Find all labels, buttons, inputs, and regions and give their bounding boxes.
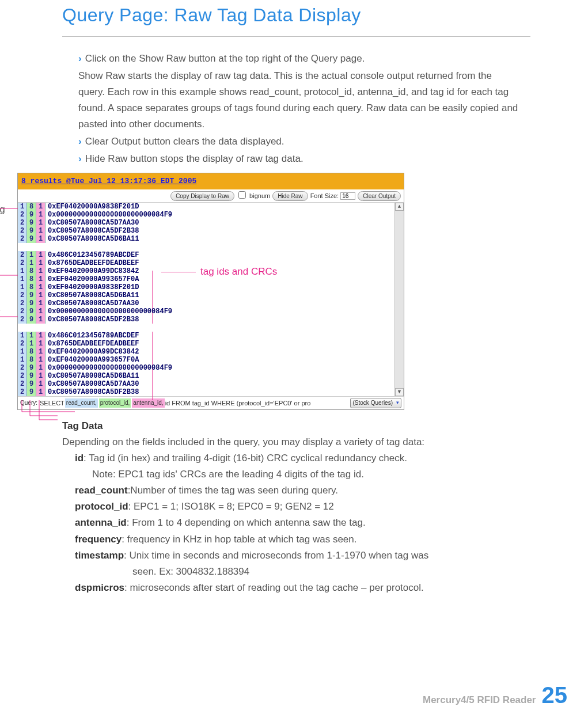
cell-read-count: 2 — [18, 219, 27, 227]
cell-read-count: 2 — [18, 364, 27, 372]
table-row: 1810xEF04020000A99DC83842 — [18, 348, 404, 356]
def-protocol-id-body: : EPC1 = 1; ISO18K = 8; EPC0 = 9; GEN2 =… — [128, 499, 530, 515]
cell-read-count: 1 — [18, 267, 27, 275]
def-read-count-term: read_count — [75, 483, 128, 499]
cell-protocol-id: 9 — [27, 364, 36, 372]
copy-display-button[interactable]: Copy Display to Raw — [170, 191, 234, 201]
cell-read-count: 2 — [18, 235, 27, 243]
cell-tag-id: 0xC80507A8008CA5DF2B38 — [45, 227, 404, 235]
cell-antenna-id: 1 — [36, 380, 45, 388]
def-id-note: Note: EPC1 tag ids' CRCs are the leading… — [92, 466, 530, 483]
title-divider — [62, 36, 530, 37]
cell-read-count: 2 — [18, 380, 27, 388]
tag-data-intro: Depending on the fields included in the … — [62, 434, 530, 450]
table-row: 2910xC80507A8008CA5DF2B38 — [18, 316, 404, 324]
cell-tag-id: 0x486C0123456789ABCDEF — [45, 251, 404, 259]
bignum-checkbox[interactable] — [238, 191, 246, 199]
cell-read-count: 2 — [18, 227, 27, 235]
cell-read-count: 2 — [18, 307, 27, 316]
cell-tag-id: 0x00000000000000000000000084F9 — [45, 364, 404, 372]
callout-protocol-id: protocol_id: see list below — [0, 257, 6, 288]
tag-data-heading: Tag Data — [62, 418, 530, 434]
cell-antenna-id: 1 — [36, 227, 45, 235]
cell-antenna-id: 1 — [36, 251, 45, 259]
def-dspmicros-body: : microseconds after start of reading ou… — [124, 580, 530, 596]
table-row: 2910xC80507A8008CA5D6BA11 — [18, 235, 404, 243]
font-size-input[interactable] — [340, 192, 355, 200]
cell-tag-id: 0xEF04020000A9838F201D — [45, 283, 404, 291]
cell-protocol-id: 9 — [27, 316, 36, 324]
scroll-up-icon[interactable]: ▲ — [395, 203, 404, 211]
def-read-count-body: :Number of times the tag was seen during… — [128, 483, 530, 499]
cell-antenna-id: 1 — [36, 235, 45, 243]
def-id-body: : Tag id (in hex) and trailing 4-digit (… — [84, 450, 530, 466]
cell-read-count: 2 — [18, 299, 27, 307]
table-row: 1110x486C0123456789ABCDEF — [18, 332, 404, 340]
table-row: 2910xC80507A8008CA5D6BA11 — [18, 291, 404, 299]
cell-tag-id: 0x8765DEADBEEFDEADBEEF — [45, 340, 404, 348]
scroll-down-icon[interactable]: ▼ — [395, 388, 404, 396]
query-select-keyword: SELECT — [40, 398, 65, 408]
cell-tag-id: 0xC80507A8008CA5DF2B38 — [45, 388, 404, 396]
cell-read-count: 1 — [18, 332, 27, 340]
table-row: 2910xC80507A8008CA5D6BA11 — [18, 372, 404, 380]
cell-protocol-id: 8 — [27, 267, 36, 275]
def-frequency-term: frequency — [75, 531, 122, 548]
callout-antenna-id: antenna_id: antenna which saw the tag — [0, 299, 6, 331]
cell-read-count: 1 — [18, 356, 27, 364]
cell-tag-id: 0xC80507A8008CA5D7AA30 — [45, 219, 404, 227]
def-timestamp-body2: seen. Ex: 3004832.188394 — [132, 564, 530, 580]
cell-tag-id: 0xEF04020000A993657F0A — [45, 356, 404, 364]
cell-read-count: 2 — [18, 291, 27, 299]
def-id-term: id — [75, 450, 84, 466]
cell-antenna-id: 1 — [36, 364, 45, 372]
cell-protocol-id: 9 — [27, 380, 36, 388]
cell-protocol-id: 1 — [27, 259, 36, 267]
cell-antenna-id: 1 — [36, 283, 45, 291]
cell-tag-id: 0xEF04020000A9838F201D — [45, 203, 404, 211]
cell-antenna-id: 1 — [36, 299, 45, 307]
cell-antenna-id: 1 — [36, 372, 45, 380]
cell-read-count: 1 — [18, 283, 27, 291]
cell-antenna-id: 1 — [36, 275, 45, 283]
cell-antenna-id: 1 — [36, 267, 45, 275]
cell-protocol-id: 9 — [27, 211, 36, 219]
cell-antenna-id: 1 — [36, 259, 45, 267]
cell-protocol-id: 9 — [27, 299, 36, 307]
cell-protocol-id: 9 — [27, 307, 36, 316]
font-size-label: Font Size: — [310, 192, 339, 199]
cell-read-count: 1 — [18, 203, 27, 211]
cell-protocol-id: 8 — [27, 356, 36, 364]
cell-protocol-id: 9 — [27, 388, 36, 396]
page-number: 25 — [542, 683, 568, 707]
query-input[interactable]: SELECT read_count, protocol_id, antenna_… — [40, 398, 348, 408]
query-rest: id FROM tag_id WHERE (protocol_id='EPC0'… — [165, 398, 311, 408]
cell-antenna-id: 1 — [36, 340, 45, 348]
cell-protocol-id: 9 — [27, 219, 36, 227]
hide-raw-button[interactable]: Hide Raw — [272, 191, 308, 201]
page-title: Query Page: Raw Tag Data Display — [0, 0, 588, 36]
cell-tag-id: 0xC80507A8008CA5D6BA11 — [45, 372, 404, 380]
query-chip-antenna-id: antenna_id, — [132, 398, 164, 408]
para-show-raw-desc: Show Raw starts the display of raw tag d… — [78, 68, 519, 132]
callout-read-count: read_count: times tag was seen during th… — [0, 202, 6, 249]
results-header: 8 results @Tue Jul 12 13:17:36 EDT 2005 — [18, 173, 404, 189]
table-row: 1810xEF04020000A9838F201D — [18, 203, 404, 211]
scrollbar[interactable]: ▲ ▼ — [394, 203, 404, 396]
clear-output-button[interactable]: Clear Output — [358, 191, 401, 201]
table-row: 2910x00000000000000000000000084F9 — [18, 364, 404, 372]
cell-protocol-id: 9 — [27, 227, 36, 235]
def-timestamp-term: timestamp — [75, 548, 124, 564]
cell-protocol-id: 1 — [27, 251, 36, 259]
table-row: 2910xC80507A8008CA5D7AA30 — [18, 219, 404, 227]
cell-protocol-id: 8 — [27, 203, 36, 211]
def-protocol-id-term: protocol_id — [75, 499, 128, 515]
stock-queries-select[interactable]: (Stock Queries) — [350, 398, 401, 409]
table-row: 2910x00000000000000000000000084F9 — [18, 307, 404, 316]
cell-antenna-id: 1 — [36, 211, 45, 219]
query-chip-protocol-id: protocol_id, — [99, 398, 131, 408]
def-antenna-id-body: : From 1 to 4 depending on which antenna… — [127, 515, 530, 531]
cell-antenna-id: 1 — [36, 316, 45, 324]
cell-protocol-id: 8 — [27, 348, 36, 356]
def-dspmicros-term: dspmicros — [75, 580, 124, 596]
